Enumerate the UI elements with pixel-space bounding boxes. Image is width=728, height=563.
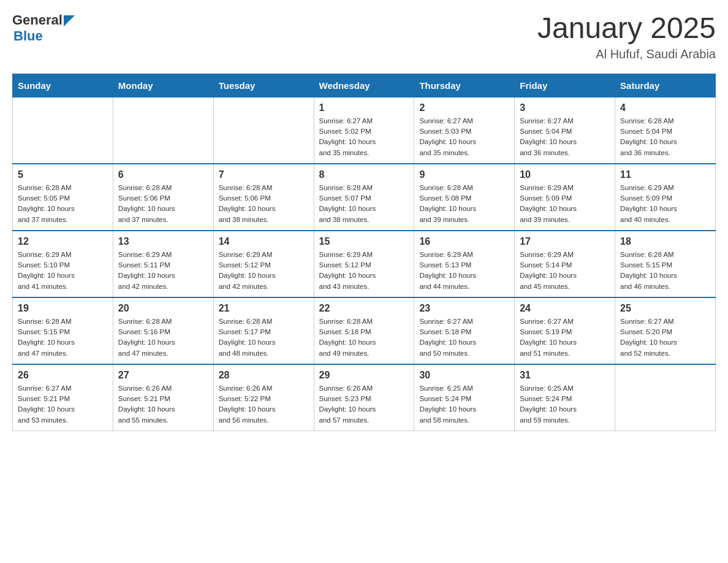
day-info: Sunrise: 6:28 AM Sunset: 5:06 PM Dayligh… bbox=[219, 183, 309, 225]
day-number: 17 bbox=[520, 236, 610, 247]
calendar-cell: 24Sunrise: 6:27 AM Sunset: 5:19 PM Dayli… bbox=[515, 297, 615, 364]
day-info: Sunrise: 6:27 AM Sunset: 5:20 PM Dayligh… bbox=[620, 316, 710, 359]
calendar-cell: 17Sunrise: 6:29 AM Sunset: 5:14 PM Dayli… bbox=[515, 231, 615, 297]
day-number: 21 bbox=[219, 303, 309, 314]
weekday-header-saturday: Saturday bbox=[615, 74, 716, 97]
calendar-cell bbox=[213, 97, 314, 164]
calendar-week-row: 19Sunrise: 6:28 AM Sunset: 5:15 PM Dayli… bbox=[13, 297, 716, 364]
day-number: 23 bbox=[419, 303, 509, 314]
month-title: January 2025 bbox=[537, 12, 716, 45]
page-header: General Blue January 2025 Al Hufuf, Saud… bbox=[12, 12, 716, 61]
day-info: Sunrise: 6:25 AM Sunset: 5:24 PM Dayligh… bbox=[419, 383, 509, 426]
calendar-cell: 6Sunrise: 6:28 AM Sunset: 5:06 PM Daylig… bbox=[113, 164, 213, 231]
day-info: Sunrise: 6:29 AM Sunset: 5:12 PM Dayligh… bbox=[319, 250, 409, 292]
calendar-cell: 25Sunrise: 6:27 AM Sunset: 5:20 PM Dayli… bbox=[615, 297, 716, 364]
calendar-cell: 20Sunrise: 6:28 AM Sunset: 5:16 PM Dayli… bbox=[113, 297, 213, 364]
day-info: Sunrise: 6:26 AM Sunset: 5:22 PM Dayligh… bbox=[219, 383, 309, 426]
day-info: Sunrise: 6:25 AM Sunset: 5:24 PM Dayligh… bbox=[520, 383, 610, 426]
day-number: 15 bbox=[319, 236, 409, 247]
calendar-cell: 4Sunrise: 6:28 AM Sunset: 5:04 PM Daylig… bbox=[615, 97, 716, 164]
day-info: Sunrise: 6:28 AM Sunset: 5:04 PM Dayligh… bbox=[620, 116, 710, 158]
day-info: Sunrise: 6:27 AM Sunset: 5:03 PM Dayligh… bbox=[419, 116, 509, 158]
calendar-cell: 31Sunrise: 6:25 AM Sunset: 5:24 PM Dayli… bbox=[515, 364, 615, 431]
day-number: 28 bbox=[219, 370, 309, 381]
title-section: January 2025 Al Hufuf, Saudi Arabia bbox=[537, 12, 716, 61]
day-number: 13 bbox=[118, 236, 208, 247]
calendar-cell: 19Sunrise: 6:28 AM Sunset: 5:15 PM Dayli… bbox=[13, 297, 113, 364]
calendar-cell: 29Sunrise: 6:26 AM Sunset: 5:23 PM Dayli… bbox=[314, 364, 414, 431]
day-info: Sunrise: 6:27 AM Sunset: 5:21 PM Dayligh… bbox=[18, 383, 108, 426]
weekday-header-thursday: Thursday bbox=[414, 74, 515, 97]
weekday-header-wednesday: Wednesday bbox=[314, 74, 414, 97]
svg-marker-0 bbox=[64, 15, 75, 26]
day-info: Sunrise: 6:29 AM Sunset: 5:11 PM Dayligh… bbox=[118, 250, 208, 292]
weekday-header-friday: Friday bbox=[515, 74, 615, 97]
day-info: Sunrise: 6:26 AM Sunset: 5:21 PM Dayligh… bbox=[118, 383, 208, 426]
calendar-week-row: 1Sunrise: 6:27 AM Sunset: 5:02 PM Daylig… bbox=[13, 97, 716, 164]
day-info: Sunrise: 6:28 AM Sunset: 5:06 PM Dayligh… bbox=[118, 183, 208, 225]
calendar-cell: 13Sunrise: 6:29 AM Sunset: 5:11 PM Dayli… bbox=[113, 231, 213, 297]
day-number: 14 bbox=[219, 236, 309, 247]
day-info: Sunrise: 6:29 AM Sunset: 5:09 PM Dayligh… bbox=[520, 183, 610, 225]
day-number: 3 bbox=[520, 102, 610, 113]
calendar-cell: 16Sunrise: 6:29 AM Sunset: 5:13 PM Dayli… bbox=[414, 231, 515, 297]
calendar-cell bbox=[615, 364, 716, 431]
calendar-cell: 1Sunrise: 6:27 AM Sunset: 5:02 PM Daylig… bbox=[314, 97, 414, 164]
day-info: Sunrise: 6:29 AM Sunset: 5:12 PM Dayligh… bbox=[219, 250, 309, 292]
day-number: 19 bbox=[18, 303, 108, 314]
day-number: 8 bbox=[319, 169, 409, 180]
day-number: 31 bbox=[520, 370, 610, 381]
calendar-cell: 15Sunrise: 6:29 AM Sunset: 5:12 PM Dayli… bbox=[314, 231, 414, 297]
calendar-cell: 12Sunrise: 6:29 AM Sunset: 5:10 PM Dayli… bbox=[13, 231, 113, 297]
day-info: Sunrise: 6:29 AM Sunset: 5:09 PM Dayligh… bbox=[620, 183, 710, 225]
day-number: 12 bbox=[18, 236, 108, 247]
day-number: 30 bbox=[419, 370, 509, 381]
day-number: 29 bbox=[319, 370, 409, 381]
calendar-table: SundayMondayTuesdayWednesdayThursdayFrid… bbox=[12, 74, 716, 431]
day-number: 25 bbox=[620, 303, 710, 314]
calendar-cell: 5Sunrise: 6:28 AM Sunset: 5:05 PM Daylig… bbox=[13, 164, 113, 231]
day-info: Sunrise: 6:27 AM Sunset: 5:18 PM Dayligh… bbox=[419, 316, 509, 359]
day-number: 11 bbox=[620, 169, 710, 180]
calendar-cell: 26Sunrise: 6:27 AM Sunset: 5:21 PM Dayli… bbox=[13, 364, 113, 431]
calendar-week-row: 5Sunrise: 6:28 AM Sunset: 5:05 PM Daylig… bbox=[13, 164, 716, 231]
logo-general-text: General bbox=[12, 12, 63, 28]
calendar-cell: 22Sunrise: 6:28 AM Sunset: 5:18 PM Dayli… bbox=[314, 297, 414, 364]
day-number: 26 bbox=[18, 370, 108, 381]
calendar-cell: 8Sunrise: 6:28 AM Sunset: 5:07 PM Daylig… bbox=[314, 164, 414, 231]
day-info: Sunrise: 6:27 AM Sunset: 5:02 PM Dayligh… bbox=[319, 116, 409, 158]
calendar-cell: 23Sunrise: 6:27 AM Sunset: 5:18 PM Dayli… bbox=[414, 297, 515, 364]
day-number: 2 bbox=[419, 102, 509, 113]
day-number: 9 bbox=[419, 169, 509, 180]
day-info: Sunrise: 6:28 AM Sunset: 5:16 PM Dayligh… bbox=[118, 316, 208, 359]
day-info: Sunrise: 6:28 AM Sunset: 5:15 PM Dayligh… bbox=[18, 316, 108, 359]
calendar-cell: 27Sunrise: 6:26 AM Sunset: 5:21 PM Dayli… bbox=[113, 364, 213, 431]
logo-triangle-icon bbox=[64, 15, 75, 26]
day-number: 24 bbox=[520, 303, 610, 314]
calendar-cell: 3Sunrise: 6:27 AM Sunset: 5:04 PM Daylig… bbox=[515, 97, 615, 164]
logo: General Blue bbox=[12, 12, 75, 44]
calendar-cell: 9Sunrise: 6:28 AM Sunset: 5:08 PM Daylig… bbox=[414, 164, 515, 231]
calendar-week-row: 12Sunrise: 6:29 AM Sunset: 5:10 PM Dayli… bbox=[13, 231, 716, 297]
calendar-cell: 10Sunrise: 6:29 AM Sunset: 5:09 PM Dayli… bbox=[515, 164, 615, 231]
day-info: Sunrise: 6:28 AM Sunset: 5:18 PM Dayligh… bbox=[319, 316, 409, 359]
day-number: 6 bbox=[118, 169, 208, 180]
location-title: Al Hufuf, Saudi Arabia bbox=[537, 47, 716, 61]
logo-blue-text: Blue bbox=[13, 28, 75, 44]
day-info: Sunrise: 6:29 AM Sunset: 5:14 PM Dayligh… bbox=[520, 250, 610, 292]
day-info: Sunrise: 6:28 AM Sunset: 5:07 PM Dayligh… bbox=[319, 183, 409, 225]
day-info: Sunrise: 6:26 AM Sunset: 5:23 PM Dayligh… bbox=[319, 383, 409, 426]
calendar-cell: 28Sunrise: 6:26 AM Sunset: 5:22 PM Dayli… bbox=[213, 364, 314, 431]
day-number: 1 bbox=[319, 102, 409, 113]
calendar-cell: 21Sunrise: 6:28 AM Sunset: 5:17 PM Dayli… bbox=[213, 297, 314, 364]
day-info: Sunrise: 6:28 AM Sunset: 5:05 PM Dayligh… bbox=[18, 183, 108, 225]
calendar-cell: 30Sunrise: 6:25 AM Sunset: 5:24 PM Dayli… bbox=[414, 364, 515, 431]
weekday-header-sunday: Sunday bbox=[13, 74, 113, 97]
calendar-cell: 18Sunrise: 6:28 AM Sunset: 5:15 PM Dayli… bbox=[615, 231, 716, 297]
day-number: 27 bbox=[118, 370, 208, 381]
calendar-cell: 14Sunrise: 6:29 AM Sunset: 5:12 PM Dayli… bbox=[213, 231, 314, 297]
day-number: 18 bbox=[620, 236, 710, 247]
calendar-cell bbox=[113, 97, 213, 164]
day-number: 7 bbox=[219, 169, 309, 180]
calendar-cell: 7Sunrise: 6:28 AM Sunset: 5:06 PM Daylig… bbox=[213, 164, 314, 231]
